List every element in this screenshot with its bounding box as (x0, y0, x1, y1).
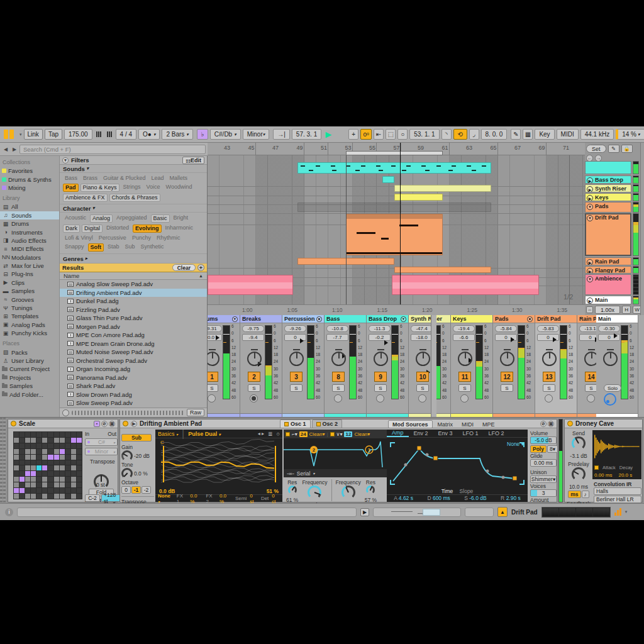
ms-toggle[interactable]: ms (568, 491, 580, 498)
scale-grid-cell[interactable] (42, 443, 47, 448)
send-value[interactable]: -3.1 dB (566, 453, 591, 459)
track-activator-number[interactable]: 8 (332, 372, 345, 382)
arrangement-clip[interactable] (394, 194, 443, 201)
channel-header[interactable]: Main (596, 315, 638, 323)
scale-grid-cell[interactable] (25, 477, 30, 482)
solo-button[interactable]: S (585, 384, 596, 392)
scale-grid-cell[interactable] (48, 465, 53, 470)
scale-grid-cell[interactable] (42, 438, 47, 443)
gain-slider[interactable] (163, 446, 164, 482)
character-filter-group[interactable]: Character ▾ (60, 204, 207, 213)
channel-strip[interactable]: Pads ■ -5.84 0 6061218243036424860 12 S (493, 315, 535, 417)
device-activator[interactable] (11, 421, 16, 426)
scale-grid-cell[interactable] (71, 477, 76, 482)
arm-button[interactable] (460, 394, 469, 402)
tempo-field[interactable]: 175.00 (64, 129, 92, 140)
scale-grid-cell[interactable] (42, 432, 47, 437)
filter-routing-menu[interactable]: Serial (297, 470, 311, 477)
channel-strip[interactable]: Bass -10.8 -7.7 6061218243036424860 8 S (325, 315, 367, 417)
track-header[interactable]: ▶ Main (585, 296, 631, 304)
gain-knob[interactable] (121, 450, 133, 462)
solo-button[interactable]: Solo (604, 384, 621, 392)
scale-grid-cell[interactable] (25, 449, 30, 454)
pan-knob[interactable] (208, 352, 219, 366)
track-header[interactable]: ▶ Flangy Pad (585, 266, 631, 274)
channel-strip[interactable]: Percussion ■ -9.26 0 6061218243036424860… (282, 315, 325, 417)
channel-header[interactable]: Keys (451, 315, 492, 323)
solo-button[interactable]: S (458, 384, 471, 392)
pan-knob[interactable] (416, 352, 430, 366)
scale-grid-cell[interactable] (60, 488, 65, 493)
device-panel-toggle[interactable]: ▲ (497, 507, 508, 517)
pan-knob[interactable] (289, 352, 304, 366)
scale-grid-cell[interactable] (14, 482, 19, 487)
transpose-value[interactable]: 0 st (96, 482, 105, 488)
optimize-width-icon[interactable]: ⇔ (586, 306, 593, 313)
filter1-slope-badge[interactable]: 24 (299, 431, 308, 437)
scale-grid-cell[interactable] (31, 494, 36, 499)
arrangement-clip[interactable] (394, 185, 491, 192)
track-fold-icon[interactable]: ▶ (587, 195, 593, 201)
scale-grid-cell[interactable] (54, 449, 59, 454)
minimap-play-icon[interactable]: ▶ (360, 508, 369, 516)
filter-tag[interactable]: Lead (150, 175, 166, 182)
filter-tag[interactable]: Digital (82, 225, 103, 233)
filter-tag[interactable]: Ambience & FX (63, 194, 108, 202)
scale-grid-cell[interactable] (77, 460, 82, 465)
device-chain-strip[interactable] (3, 418, 6, 503)
track-header[interactable] (585, 161, 631, 174)
browser-file-row[interactable]: Orchestral Sweep Pad.adv (60, 357, 207, 365)
sidebar-item-place[interactable]: ▧ Packs (0, 348, 59, 356)
quantization-menu[interactable]: 2 Bars ▾ (162, 129, 192, 140)
scale-grid-cell[interactable] (36, 488, 42, 493)
arm-button[interactable] (418, 394, 426, 402)
channel-header[interactable]: Percussion ■ (282, 315, 324, 323)
filter-tag[interactable]: Analog (90, 214, 113, 223)
meter-chevron-icon[interactable]: ▾ (625, 509, 628, 514)
channel-strip[interactable]: Bass Drop ▾ -11.3 -0.2 60612182430364248… (367, 315, 409, 417)
scale-grid-cell[interactable] (14, 460, 19, 465)
scale-grid-cell[interactable] (65, 443, 70, 448)
track-header[interactable]: ▼ Pads (585, 202, 631, 213)
browser-file-row[interactable]: Muted Noise Sweep Pad.adv (60, 348, 207, 357)
preview-play-icon[interactable]: ▶ (131, 421, 137, 427)
scale-grid-cell[interactable] (31, 465, 36, 470)
gain-value[interactable]: -20 dB (134, 453, 150, 459)
track-name[interactable]: Bass Drop (595, 177, 623, 183)
track-activator-number[interactable]: 13 (543, 372, 555, 382)
fader-arrow[interactable] (511, 337, 517, 342)
scale-grid-cell[interactable] (65, 455, 70, 460)
scale-grid-cell[interactable] (36, 482, 42, 487)
scale-grid-cell[interactable] (42, 449, 47, 454)
channel-strip[interactable]: Keys -19.4 -6.6 6061218243036424860 11 S (451, 315, 493, 417)
scale-grid-cell[interactable] (25, 471, 30, 476)
scale-grid-cell[interactable] (71, 494, 76, 499)
sidebar-item-library[interactable]: ◑ Instruments (0, 228, 59, 236)
scale-grid-cell[interactable] (77, 488, 82, 493)
scale-grid-cell[interactable] (60, 465, 65, 470)
adsr-param[interactable]: D 600 ms (427, 495, 450, 502)
info-icon[interactable]: i (5, 508, 13, 516)
loop-brace[interactable] (346, 151, 443, 155)
scale-grid-cell[interactable] (48, 449, 53, 454)
scale-grid-cell[interactable] (54, 438, 59, 443)
lowest-note-field[interactable]: C-2 (85, 494, 100, 502)
scale-grid-cell[interactable] (71, 449, 76, 454)
env-tab[interactable]: LFO 2 (484, 430, 509, 437)
channel-header[interactable]: Bass Drop ▾ (367, 315, 408, 323)
scale-grid-cell[interactable] (71, 471, 76, 476)
scale-grid-cell[interactable] (71, 432, 76, 437)
browser-file-row[interactable]: Drifting Ambient Pad.adv (60, 289, 207, 297)
filter-tag[interactable]: Rhythmic (155, 235, 182, 242)
filter-tag[interactable]: Brass (81, 175, 99, 182)
decay-value[interactable]: 20.0 s (618, 472, 632, 478)
track-header[interactable]: ▼ Drift Pad (585, 213, 631, 256)
tone-value[interactable]: 0.0 % (134, 470, 148, 477)
filters-collapse-icon[interactable]: ▾ (62, 157, 69, 164)
scale-grid-cell[interactable] (25, 465, 30, 470)
scale-grid-cell[interactable] (71, 460, 76, 465)
scale-grid-cell[interactable] (77, 443, 82, 448)
scale-grid-cell[interactable] (36, 494, 42, 499)
time-ruler[interactable]: 1:001:051:101:151:201:251:301:35 (208, 304, 585, 315)
filter-tag[interactable]: Strings (121, 184, 143, 192)
